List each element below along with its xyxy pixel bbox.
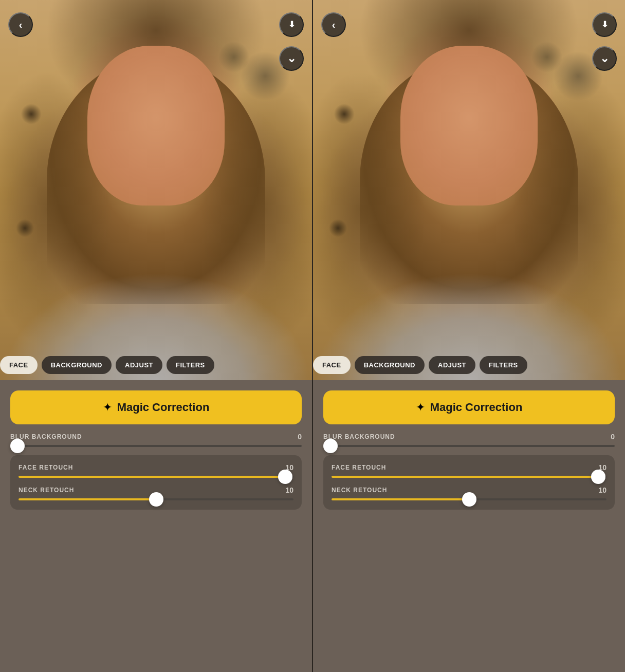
left-photo-bg [0,0,312,380]
right-blur-track[interactable] [323,445,615,447]
right-panel: ‹ ⬇ ⌄ FACE BACKGROUND ADJUST FILTERS ✦ M… [313,0,625,672]
left-chevron-down-button[interactable]: ⌄ [279,46,304,71]
right-photo-area: ‹ ⬇ ⌄ FACE BACKGROUND ADJUST FILTERS [313,0,625,380]
right-magic-icon: ✦ [416,401,425,414]
right-tab-background[interactable]: BACKGROUND [355,356,425,374]
left-download-icon: ⬇ [288,21,295,29]
left-face-retouch-track[interactable] [19,476,293,478]
right-neck-retouch-section: NECK RETOUCH 10 [332,486,606,500]
right-face-retouch-label: FACE RETOUCH [332,464,386,471]
left-photo-overlay [0,0,312,380]
right-tab-adjust[interactable]: ADJUST [429,356,475,374]
right-chevron-down-button[interactable]: ⌄ [592,46,617,71]
right-neck-retouch-track[interactable] [332,498,606,500]
left-neck-retouch-fill [19,498,156,500]
right-photo-bg [313,0,625,380]
right-blur-thumb[interactable] [323,439,338,453]
right-controls-area: ✦ Magic Correction BLUR BACKGROUND 0 [313,380,625,672]
right-back-icon: ‹ [332,20,336,30]
right-neck-retouch-fill [332,498,469,500]
left-neck-retouch-section: NECK RETOUCH 10 [19,486,293,500]
left-back-button[interactable]: ‹ [8,12,33,37]
right-neck-retouch-label: NECK RETOUCH [332,487,387,494]
app-container: ‹ ⬇ ⌄ FACE BACKGROUND ADJUST FILTERS ✦ M… [0,0,625,672]
left-magic-button-label: Magic Correction [117,401,210,414]
left-face-retouch-fill [19,476,285,478]
left-magic-icon: ✦ [103,401,112,414]
right-tab-filters[interactable]: FILTERS [480,356,527,374]
left-tab-background[interactable]: BACKGROUND [42,356,112,374]
right-photo-overlay [313,0,625,380]
left-blur-background-section: BLUR BACKGROUND 0 [10,433,302,447]
right-blur-header: BLUR BACKGROUND 0 [323,433,615,441]
right-magic-button-label: Magic Correction [430,401,523,414]
right-download-icon: ⬇ [601,21,608,29]
right-download-button[interactable]: ⬇ [592,12,617,37]
left-blur-track[interactable] [10,445,302,447]
right-tab-face[interactable]: FACE [313,356,351,374]
right-face-retouch-section: FACE RETOUCH 10 [332,463,606,478]
right-blur-background-section: BLUR BACKGROUND 0 [323,433,615,447]
left-tab-adjust[interactable]: ADJUST [116,356,162,374]
right-chevron-down-icon: ⌄ [600,53,609,64]
left-face-retouch-section: FACE RETOUCH 10 [19,463,293,478]
right-neck-retouch-thumb[interactable] [462,492,476,507]
left-controls-area: ✦ Magic Correction BLUR BACKGROUND 0 [0,380,312,672]
left-face-retouch-header: FACE RETOUCH 10 [19,463,293,472]
left-tab-face[interactable]: FACE [0,356,38,374]
right-face-retouch-fill [332,476,598,478]
left-neck-retouch-thumb[interactable] [149,492,163,507]
left-tab-bar: FACE BACKGROUND ADJUST FILTERS [0,356,312,380]
right-neck-retouch-value: 10 [598,486,606,494]
right-back-button[interactable]: ‹ [321,12,346,37]
right-face-retouch-thumb[interactable] [591,470,605,484]
left-blur-header: BLUR BACKGROUND 0 [10,433,302,441]
left-blur-thumb[interactable] [10,439,25,453]
left-panel: ‹ ⬇ ⌄ FACE BACKGROUND ADJUST FILTERS ✦ M… [0,0,312,672]
left-blur-value: 0 [298,433,302,441]
left-magic-correction-button[interactable]: ✦ Magic Correction [10,390,302,424]
left-face-retouch-label: FACE RETOUCH [19,464,73,471]
left-neck-retouch-value: 10 [285,486,293,494]
right-face-retouch-track[interactable] [332,476,606,478]
left-chevron-down-icon: ⌄ [287,53,296,64]
right-face-retouch-header: FACE RETOUCH 10 [332,463,606,472]
right-magic-correction-button[interactable]: ✦ Magic Correction [323,390,615,424]
left-back-icon: ‹ [19,20,23,30]
right-blur-value: 0 [611,433,615,441]
left-tab-filters[interactable]: FILTERS [167,356,214,374]
left-download-button[interactable]: ⬇ [279,12,304,37]
right-tab-bar: FACE BACKGROUND ADJUST FILTERS [313,356,625,380]
left-photo-area: ‹ ⬇ ⌄ FACE BACKGROUND ADJUST FILTERS [0,0,312,380]
left-retouch-box: FACE RETOUCH 10 NECK RETOUCH 10 [10,455,302,510]
right-retouch-box: FACE RETOUCH 10 NECK RETOUCH 10 [323,455,615,510]
left-neck-retouch-track[interactable] [19,498,293,500]
left-neck-retouch-label: NECK RETOUCH [19,487,74,494]
left-face-retouch-thumb[interactable] [278,470,292,484]
